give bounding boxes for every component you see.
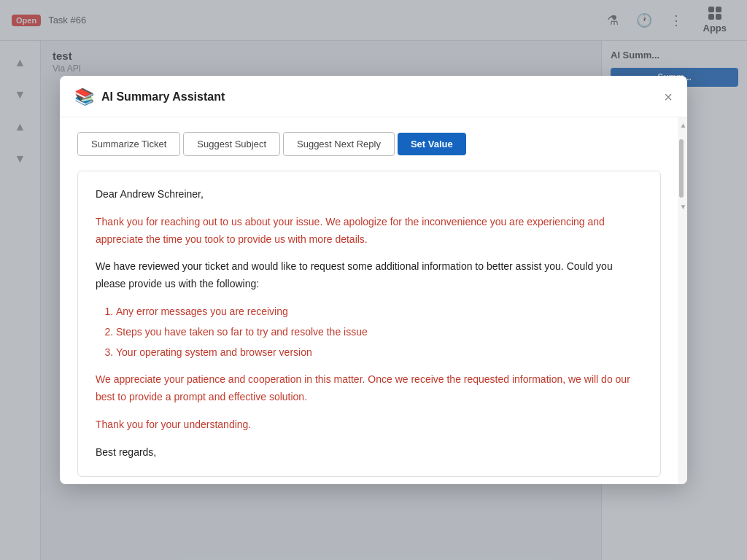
reply-list: Any error messages you are receiving Ste… — [96, 303, 643, 361]
summarize-ticket-button[interactable]: Summarize Ticket — [77, 132, 180, 156]
modal-toolbar: Summarize Ticket Suggest Subject Suggest… — [77, 132, 661, 156]
reply-greeting: Dear Andrew Schreiner, — [96, 186, 643, 203]
modal-header: 📚 AI Summary Assistant × — [60, 76, 687, 117]
reply-content-box: Dear Andrew Schreiner, Thank you for rea… — [77, 171, 661, 477]
list-item-3: Your operating system and browser versio… — [116, 344, 643, 362]
scroll-thumb[interactable] — [679, 139, 684, 198]
modal-main: Summarize Ticket Suggest Subject Suggest… — [60, 117, 678, 484]
reply-para-2: We have reviewed your ticket and would l… — [96, 258, 643, 293]
set-value-button[interactable]: Set Value — [398, 133, 466, 155]
scroll-up-arrow[interactable]: ▲ — [680, 120, 687, 131]
list-item-2: Steps you have taken so far to try and r… — [116, 324, 643, 341]
ai-assistant-icon: 📚 — [74, 88, 94, 106]
suggest-next-reply-button[interactable]: Suggest Next Reply — [283, 132, 395, 156]
modal-title: AI Summary Assistant — [101, 90, 225, 104]
modal-overlay[interactable]: 📚 AI Summary Assistant × Summarize Ticke… — [0, 0, 747, 560]
reply-closing: Best regards, — [96, 444, 643, 462]
list-item-1: Any error messages you are receiving — [116, 303, 643, 321]
reply-para-4: Thank you for your understanding. — [96, 416, 643, 434]
modal-scrollbar: ▲ ▼ — [678, 117, 687, 484]
modal-close-button[interactable]: × — [664, 90, 673, 104]
reply-para-1: Thank you for reaching out to us about y… — [96, 214, 643, 249]
modal-body: Summarize Ticket Suggest Subject Suggest… — [60, 117, 687, 484]
scroll-down-arrow[interactable]: ▼ — [680, 202, 687, 212]
suggest-subject-button[interactable]: Suggest Subject — [183, 132, 280, 156]
modal-title-row: 📚 AI Summary Assistant — [74, 88, 225, 106]
ai-summary-modal: 📚 AI Summary Assistant × Summarize Ticke… — [60, 76, 687, 484]
reply-para-3: We appreciate your patience and cooperat… — [96, 371, 643, 406]
